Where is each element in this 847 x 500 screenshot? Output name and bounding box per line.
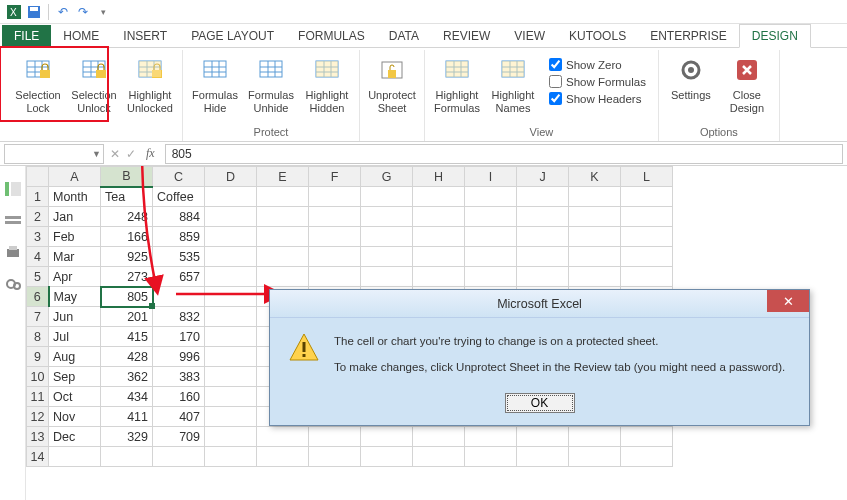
row-header-12[interactable]: 12	[27, 407, 49, 427]
cell-K5[interactable]	[569, 267, 621, 287]
row-header-9[interactable]: 9	[27, 347, 49, 367]
tab-file[interactable]: FILE	[2, 25, 51, 47]
nav-print-icon[interactable]	[5, 246, 21, 260]
cell-A10[interactable]: Sep	[49, 367, 101, 387]
cell-C11[interactable]: 160	[153, 387, 205, 407]
cell-E13[interactable]	[257, 427, 309, 447]
cell-D9[interactable]	[205, 347, 257, 367]
cell-B5[interactable]: 273	[101, 267, 153, 287]
cell-B7[interactable]: 201	[101, 307, 153, 327]
cell-L14[interactable]	[621, 447, 673, 467]
cell-A3[interactable]: Feb	[49, 227, 101, 247]
cell-I5[interactable]	[465, 267, 517, 287]
show-headers-check[interactable]: Show Headers	[549, 92, 646, 105]
cell-C10[interactable]: 383	[153, 367, 205, 387]
cell-F2[interactable]	[309, 207, 361, 227]
col-header-B[interactable]: B	[101, 167, 153, 187]
cell-G2[interactable]	[361, 207, 413, 227]
cell-J13[interactable]	[517, 427, 569, 447]
tab-insert[interactable]: INSERT	[111, 25, 179, 47]
cell-E5[interactable]	[257, 267, 309, 287]
settings-button[interactable]: Settings	[665, 54, 717, 102]
col-header-A[interactable]: A	[49, 167, 101, 187]
chevron-down-icon[interactable]: ▼	[92, 149, 101, 159]
col-header-G[interactable]: G	[361, 167, 413, 187]
cell-D4[interactable]	[205, 247, 257, 267]
name-box[interactable]: ▼	[4, 144, 104, 164]
cell-G3[interactable]	[361, 227, 413, 247]
cell-L1[interactable]	[621, 187, 673, 207]
save-icon[interactable]	[26, 4, 42, 20]
cell-A2[interactable]: Jan	[49, 207, 101, 227]
cell-B14[interactable]	[101, 447, 153, 467]
cell-C4[interactable]: 535	[153, 247, 205, 267]
cell-I14[interactable]	[465, 447, 517, 467]
cell-A14[interactable]	[49, 447, 101, 467]
cell-K14[interactable]	[569, 447, 621, 467]
cell-A8[interactable]: Jul	[49, 327, 101, 347]
cell-D5[interactable]	[205, 267, 257, 287]
row-header-13[interactable]: 13	[27, 427, 49, 447]
cell-E4[interactable]	[257, 247, 309, 267]
row-header-11[interactable]: 11	[27, 387, 49, 407]
tab-home[interactable]: HOME	[51, 25, 111, 47]
cell-C6[interactable]	[153, 287, 205, 307]
qat-customize-icon[interactable]: ▾	[95, 4, 111, 20]
undo-icon[interactable]: ↶	[55, 4, 71, 20]
selection-lock-button[interactable]: SelectionLock	[12, 54, 64, 114]
cell-D2[interactable]	[205, 207, 257, 227]
tab-data[interactable]: DATA	[377, 25, 431, 47]
dialog-titlebar[interactable]: Microsoft Excel ✕	[270, 290, 809, 318]
row-header-2[interactable]: 2	[27, 207, 49, 227]
cell-A9[interactable]: Aug	[49, 347, 101, 367]
cell-I2[interactable]	[465, 207, 517, 227]
cell-F4[interactable]	[309, 247, 361, 267]
tab-view[interactable]: VIEW	[502, 25, 557, 47]
cell-A13[interactable]: Dec	[49, 427, 101, 447]
select-all-corner[interactable]	[27, 167, 49, 187]
cell-C14[interactable]	[153, 447, 205, 467]
cell-D10[interactable]	[205, 367, 257, 387]
highlight-names-button[interactable]: HighlightNames	[487, 54, 539, 114]
tab-design[interactable]: DESIGN	[739, 24, 811, 48]
nav-find-icon[interactable]	[5, 278, 21, 292]
cancel-icon[interactable]: ✕	[110, 147, 120, 161]
cell-C9[interactable]: 996	[153, 347, 205, 367]
cell-K13[interactable]	[569, 427, 621, 447]
cell-H4[interactable]	[413, 247, 465, 267]
cell-B2[interactable]: 248	[101, 207, 153, 227]
formula-input[interactable]: 805	[165, 144, 843, 164]
row-header-5[interactable]: 5	[27, 267, 49, 287]
cell-A4[interactable]: Mar	[49, 247, 101, 267]
row-header-7[interactable]: 7	[27, 307, 49, 327]
col-header-D[interactable]: D	[205, 167, 257, 187]
cell-I3[interactable]	[465, 227, 517, 247]
cell-D6[interactable]	[205, 287, 257, 307]
cell-C12[interactable]: 407	[153, 407, 205, 427]
cell-B6[interactable]: 805	[101, 287, 153, 307]
cell-E2[interactable]	[257, 207, 309, 227]
tab-enterprise[interactable]: ENTERPRISE	[638, 25, 739, 47]
col-header-C[interactable]: C	[153, 167, 205, 187]
cell-L2[interactable]	[621, 207, 673, 227]
show-zero-check-box[interactable]	[549, 58, 562, 71]
cell-D11[interactable]	[205, 387, 257, 407]
cell-G13[interactable]	[361, 427, 413, 447]
enter-icon[interactable]: ✓	[126, 147, 136, 161]
cell-L3[interactable]	[621, 227, 673, 247]
cell-C13[interactable]: 709	[153, 427, 205, 447]
cell-L4[interactable]	[621, 247, 673, 267]
cell-F14[interactable]	[309, 447, 361, 467]
cell-D14[interactable]	[205, 447, 257, 467]
col-header-H[interactable]: H	[413, 167, 465, 187]
cell-I13[interactable]	[465, 427, 517, 447]
cell-A12[interactable]: Nov	[49, 407, 101, 427]
cell-D8[interactable]	[205, 327, 257, 347]
cell-D3[interactable]	[205, 227, 257, 247]
cell-C1[interactable]: Coffee	[153, 187, 205, 207]
cell-G14[interactable]	[361, 447, 413, 467]
cell-J5[interactable]	[517, 267, 569, 287]
cell-B12[interactable]: 411	[101, 407, 153, 427]
excel-icon[interactable]: X	[6, 4, 22, 20]
cell-J2[interactable]	[517, 207, 569, 227]
